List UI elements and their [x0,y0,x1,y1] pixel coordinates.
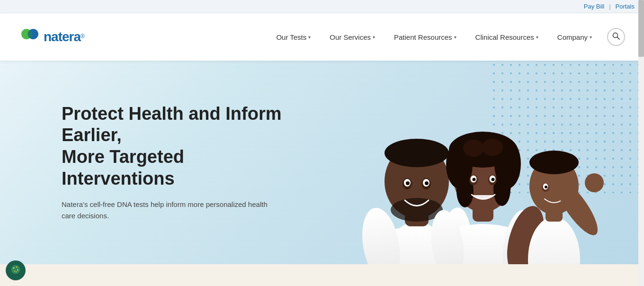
svg-point-53 [11,265,20,274]
pay-bill-link[interactable]: Pay Bill [584,3,604,10]
svg-point-26 [463,140,484,157]
svg-point-52 [585,173,604,192]
nav-item-our-services[interactable]: Our Services ▾ [322,28,383,46]
nav-label-our-services: Our Services [330,33,371,41]
svg-point-10 [385,139,449,167]
nav-label-company: Company [557,33,588,41]
nav-label-patient-resources: Patient Resources [394,33,452,41]
top-bar-divider: | [609,3,610,10]
svg-point-34 [473,178,476,181]
chevron-down-icon: ▾ [373,35,375,40]
svg-point-35 [492,178,495,181]
nav-item-company[interactable]: Company ▾ [550,28,599,46]
search-button[interactable] [607,28,625,46]
bottom-strip [0,264,644,286]
svg-point-2 [27,30,32,38]
svg-point-55 [16,266,17,267]
svg-point-27 [482,139,503,156]
logo-icon [19,27,40,47]
svg-line-4 [617,37,620,40]
chevron-down-icon: ▾ [308,35,311,40]
svg-point-16 [406,181,410,185]
svg-point-17 [425,181,429,185]
hero-section: Protect Health and Inform Earlier, More … [0,61,644,264]
cookie-icon [10,264,21,277]
nav-item-clinical-resources[interactable]: Clinical Resources ▾ [468,28,546,46]
chevron-down-icon: ▾ [590,35,592,40]
svg-point-54 [13,267,15,268]
hero-title: Protect Health and Inform Earlier, More … [62,103,294,189]
search-icon [612,32,620,42]
svg-point-49 [545,186,547,188]
portals-link[interactable]: Portals [616,3,635,10]
nav-item-our-tests[interactable]: Our Tests ▾ [268,28,318,46]
logo-text: natera® [44,29,85,45]
cookie-consent-button[interactable] [6,260,26,280]
nav-label-clinical-resources: Clinical Resources [475,33,534,41]
scrollbar[interactable] [638,0,644,286]
nav-item-patient-resources[interactable]: Patient Resources ▾ [386,28,464,46]
svg-point-58 [16,271,17,272]
svg-point-44 [529,151,579,174]
svg-point-56 [17,269,18,270]
nav-label-our-tests: Our Tests [276,33,306,41]
family-photo [303,61,625,264]
hero-content: Protect Health and Inform Earlier, More … [0,103,294,222]
hero-subtitle: Natera's cell-free DNA tests help inform… [62,199,270,222]
logo[interactable]: natera® [19,27,85,47]
chevron-down-icon: ▾ [536,35,538,40]
top-bar: Pay Bill | Portals [0,0,644,13]
chevron-down-icon: ▾ [454,35,456,40]
header: natera® Our Tests ▾ Our Services ▾ Patie… [0,13,644,61]
main-nav: Our Tests ▾ Our Services ▾ Patient Resou… [268,28,625,46]
scrollbar-thumb[interactable] [638,0,644,57]
